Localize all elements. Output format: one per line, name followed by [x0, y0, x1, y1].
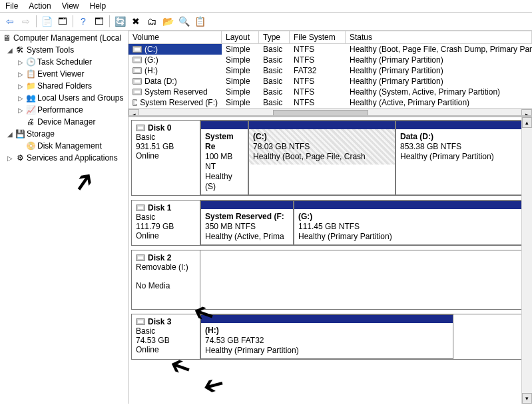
volume-row[interactable]: Data (D:)SimpleBasicNTFSHealthy (Primary… — [129, 76, 532, 87]
menu-help[interactable]: Help — [90, 1, 107, 11]
menu-file[interactable]: File — [5, 1, 18, 11]
partition-title: (C:) — [253, 132, 267, 141]
tree-services-apps[interactable]: ▷ ⚙ Services and Applications — [1, 152, 127, 164]
expand-icon[interactable]: ▷ — [7, 155, 13, 162]
folder-icon: 📁 — [25, 81, 36, 91]
partition-status: Healthy (Boot, Page File, Crash — [253, 152, 366, 161]
partition-c[interactable]: (C:) 78.03 GB NTFS Healthy (Boot, Page F… — [248, 121, 396, 195]
volume-name: (C:) — [144, 45, 158, 54]
volume-fs: NTFS — [290, 87, 346, 97]
volume-row[interactable]: System Reserved (F:)SimpleBasicNTFSHealt… — [129, 97, 532, 108]
volume-name: Data (D:) — [144, 77, 177, 86]
tree-task-scheduler[interactable]: ▷ 🕒 Task Scheduler — [1, 56, 127, 68]
partition-size: 853.38 GB NTFS — [400, 142, 461, 151]
expand-icon[interactable]: ▷ — [17, 83, 24, 90]
menu-bar: File Action View Help — [0, 0, 532, 13]
col-volume[interactable]: Volume — [129, 31, 222, 43]
scroll-up-icon[interactable]: ▴ — [522, 117, 532, 128]
up-button[interactable]: 📄 — [39, 14, 54, 29]
collapse-icon[interactable]: ◢ — [7, 131, 13, 138]
col-status[interactable]: Status — [346, 31, 532, 43]
show-hide-tree-button[interactable]: 🗔 — [55, 14, 70, 29]
toolbar-separator — [36, 15, 37, 27]
menu-view[interactable]: View — [62, 1, 79, 11]
drive-icon — [133, 99, 137, 106]
partition-bar — [396, 121, 528, 129]
volume-row[interactable]: (H:)SimpleBasicFAT32Healthy (Primary Par… — [129, 65, 532, 76]
drive-icon — [133, 46, 142, 53]
volume-row[interactable]: System ReservedSimpleBasicNTFSHealthy (S… — [129, 87, 532, 97]
nav-tree[interactable]: 🖥 Computer Management (Local ◢ 🛠 System … — [0, 31, 129, 404]
partition-bar — [201, 201, 293, 209]
tree-root[interactable]: 🖥 Computer Management (Local — [1, 32, 127, 44]
expand-icon[interactable]: ▷ — [17, 71, 24, 78]
col-layout[interactable]: Layout — [222, 31, 259, 43]
partition-status: Healthy (Primary Partition) — [205, 346, 299, 355]
disk-type: Basic — [136, 133, 196, 142]
toolbar-separator — [73, 15, 73, 27]
drive-icon — [133, 57, 142, 63]
col-filesystem[interactable]: File System — [290, 31, 346, 43]
partition-status: Healthy (Primary Partition) — [400, 152, 494, 161]
settings-button[interactable]: 🗂 — [144, 14, 159, 29]
tree-event-viewer[interactable]: ▷ 📋 Event Viewer — [1, 68, 127, 80]
device-icon: 🖨 — [25, 117, 36, 127]
horizontal-scrollbar[interactable]: ◂ ▸ — [129, 108, 532, 116]
expand-icon[interactable]: ▷ — [17, 59, 24, 66]
disk-3[interactable]: Disk 3 Basic 74.53 GB Online (H:) 74.53 … — [131, 314, 529, 360]
disk-0[interactable]: Disk 0 Basic 931.51 GB Online System Re … — [131, 120, 529, 196]
volume-type: Basic — [259, 55, 290, 65]
tree-local-users[interactable]: ▷ 👥 Local Users and Groups — [1, 92, 127, 104]
partition-data-d[interactable]: Data (D:) 853.38 GB NTFS Healthy (Primar… — [396, 121, 529, 195]
tree-disk-management[interactable]: 📀 Disk Management — [1, 140, 127, 152]
services-icon: ⚙ — [15, 153, 25, 163]
scroll-left-icon[interactable]: ◂ — [129, 109, 139, 117]
expand-icon[interactable]: ▷ — [17, 95, 24, 102]
disk-2[interactable]: Disk 2 Removable (I:) No Media — [131, 250, 529, 310]
partition-system-reserved-f[interactable]: System Reserved (F: 350 MB NTFS Healthy … — [200, 201, 294, 245]
help-button[interactable]: ? — [76, 14, 91, 29]
menu-action[interactable]: Action — [29, 1, 51, 11]
find-button[interactable]: 🔍 — [176, 14, 191, 29]
disk-size: 111.79 GB — [136, 222, 196, 231]
users-icon: 👥 — [25, 93, 36, 103]
disk-size: 931.51 GB — [136, 142, 196, 151]
disk-icon — [136, 204, 145, 211]
scroll-right-icon[interactable]: ▸ — [521, 109, 532, 117]
tree-label: Device Manager — [37, 117, 95, 127]
partition-h[interactable]: (H:) 74.53 GB FAT32 Healthy (Primary Par… — [200, 314, 453, 359]
disk-1[interactable]: Disk 1 Basic 111.79 GB Online System Res… — [131, 200, 529, 246]
col-type[interactable]: Type — [259, 31, 290, 43]
expand-icon[interactable]: ▷ — [17, 107, 24, 114]
toolbar-separator — [109, 15, 110, 27]
tree-system-tools[interactable]: ◢ 🛠 System Tools — [1, 44, 127, 56]
list-button[interactable]: 📋 — [192, 14, 207, 29]
refresh-button[interactable]: 🔄 — [113, 14, 127, 29]
tree-shared-folders[interactable]: ▷ 📁 Shared Folders — [1, 80, 127, 92]
partition-status: Healthy (Primary Partition) — [298, 232, 392, 241]
volume-row[interactable]: (G:)SimpleBasicNTFSHealthy (Primary Part… — [129, 55, 532, 65]
scroll-down-icon[interactable]: ▾ — [522, 393, 532, 404]
vertical-scrollbar[interactable]: ▴ ▾ — [521, 117, 532, 404]
disk-state: Online — [136, 345, 196, 354]
open-button[interactable]: 📂 — [160, 14, 175, 29]
volume-list[interactable]: Volume Layout Type File System Status (C… — [129, 31, 532, 116]
disk-2-info: Disk 2 Removable (I:) No Media — [132, 250, 200, 309]
tree-device-manager[interactable]: 🖨 Device Manager — [1, 116, 127, 128]
partition-system-reserved[interactable]: System Re 100 MB NT Healthy (S) — [200, 121, 248, 195]
drive-icon — [133, 67, 142, 74]
tree-storage[interactable]: ◢ 💾 Storage — [1, 128, 127, 140]
scroll-thumb[interactable] — [273, 110, 369, 117]
partition-g[interactable]: (G:) 111.45 GB NTFS Healthy (Primary Par… — [294, 201, 529, 245]
delete-button[interactable]: ✖ — [129, 14, 143, 29]
collapse-icon[interactable]: ◢ — [7, 47, 13, 54]
tree-performance[interactable]: ▷ 📈 Performance — [1, 104, 127, 116]
disk-graphical-view[interactable]: Disk 0 Basic 931.51 GB Online System Re … — [129, 116, 532, 404]
forward-button[interactable]: ⇨ — [19, 14, 33, 29]
properties-button[interactable]: 🗔 — [92, 14, 107, 29]
back-button[interactable]: ⇦ — [3, 14, 17, 29]
volume-row[interactable]: (C:)SimpleBasicNTFSHealthy (Boot, Page F… — [129, 44, 532, 55]
disk-name: Disk 2 — [148, 253, 171, 262]
tree-label: Storage — [27, 129, 55, 139]
tree-label: Performance — [37, 105, 83, 115]
